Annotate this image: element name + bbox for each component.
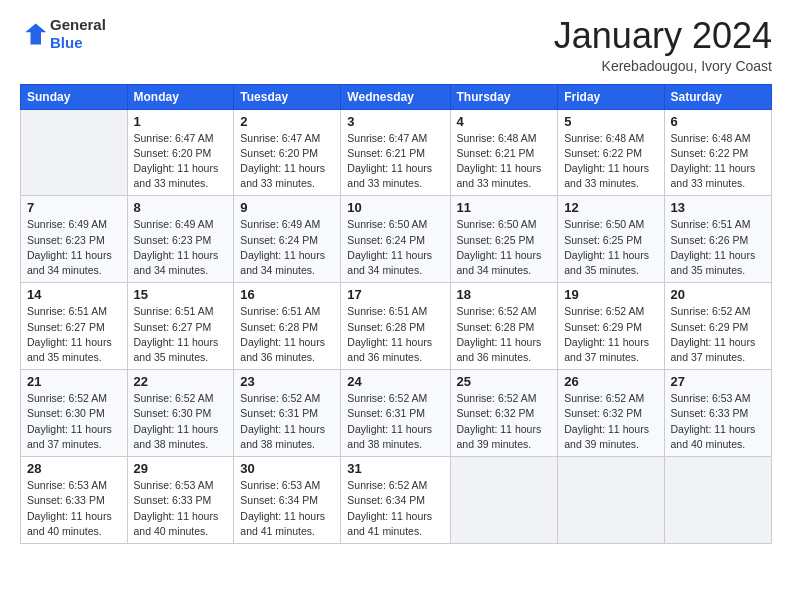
day-number: 28 xyxy=(27,461,121,476)
day-number: 25 xyxy=(457,374,552,389)
day-detail: Sunrise: 6:49 AMSunset: 6:23 PMDaylight:… xyxy=(134,217,228,278)
calendar-cell: 20Sunrise: 6:52 AMSunset: 6:29 PMDayligh… xyxy=(664,283,771,370)
calendar-cell: 31Sunrise: 6:52 AMSunset: 6:34 PMDayligh… xyxy=(341,457,450,544)
day-number: 1 xyxy=(134,114,228,129)
day-detail: Sunrise: 6:53 AMSunset: 6:34 PMDaylight:… xyxy=(240,478,334,539)
day-number: 29 xyxy=(134,461,228,476)
calendar-cell xyxy=(664,457,771,544)
day-detail: Sunrise: 6:48 AMSunset: 6:21 PMDaylight:… xyxy=(457,131,552,192)
day-header-monday: Monday xyxy=(127,84,234,109)
day-header-friday: Friday xyxy=(558,84,664,109)
day-detail: Sunrise: 6:51 AMSunset: 6:28 PMDaylight:… xyxy=(240,304,334,365)
day-number: 31 xyxy=(347,461,443,476)
day-number: 12 xyxy=(564,200,657,215)
day-number: 2 xyxy=(240,114,334,129)
day-number: 7 xyxy=(27,200,121,215)
day-detail: Sunrise: 6:53 AMSunset: 6:33 PMDaylight:… xyxy=(134,478,228,539)
day-number: 14 xyxy=(27,287,121,302)
header: General Blue January 2024 Kerebadougou, … xyxy=(20,16,772,74)
calendar-cell: 13Sunrise: 6:51 AMSunset: 6:26 PMDayligh… xyxy=(664,196,771,283)
day-number: 8 xyxy=(134,200,228,215)
day-detail: Sunrise: 6:50 AMSunset: 6:25 PMDaylight:… xyxy=(564,217,657,278)
calendar-cell: 16Sunrise: 6:51 AMSunset: 6:28 PMDayligh… xyxy=(234,283,341,370)
day-detail: Sunrise: 6:52 AMSunset: 6:30 PMDaylight:… xyxy=(134,391,228,452)
day-number: 15 xyxy=(134,287,228,302)
calendar-cell: 18Sunrise: 6:52 AMSunset: 6:28 PMDayligh… xyxy=(450,283,558,370)
calendar-cell: 22Sunrise: 6:52 AMSunset: 6:30 PMDayligh… xyxy=(127,370,234,457)
calendar-header-row: SundayMondayTuesdayWednesdayThursdayFrid… xyxy=(21,84,772,109)
calendar-cell: 9Sunrise: 6:49 AMSunset: 6:24 PMDaylight… xyxy=(234,196,341,283)
day-number: 26 xyxy=(564,374,657,389)
day-number: 20 xyxy=(671,287,765,302)
day-detail: Sunrise: 6:52 AMSunset: 6:32 PMDaylight:… xyxy=(457,391,552,452)
calendar-cell: 19Sunrise: 6:52 AMSunset: 6:29 PMDayligh… xyxy=(558,283,664,370)
calendar-cell: 6Sunrise: 6:48 AMSunset: 6:22 PMDaylight… xyxy=(664,109,771,196)
day-number: 19 xyxy=(564,287,657,302)
day-detail: Sunrise: 6:47 AMSunset: 6:20 PMDaylight:… xyxy=(134,131,228,192)
calendar-cell: 7Sunrise: 6:49 AMSunset: 6:23 PMDaylight… xyxy=(21,196,128,283)
location-subtitle: Kerebadougou, Ivory Coast xyxy=(554,58,772,74)
calendar-cell xyxy=(21,109,128,196)
calendar-table: SundayMondayTuesdayWednesdayThursdayFrid… xyxy=(20,84,772,544)
day-number: 22 xyxy=(134,374,228,389)
calendar-cell: 29Sunrise: 6:53 AMSunset: 6:33 PMDayligh… xyxy=(127,457,234,544)
calendar-cell: 5Sunrise: 6:48 AMSunset: 6:22 PMDaylight… xyxy=(558,109,664,196)
day-detail: Sunrise: 6:51 AMSunset: 6:28 PMDaylight:… xyxy=(347,304,443,365)
day-detail: Sunrise: 6:49 AMSunset: 6:23 PMDaylight:… xyxy=(27,217,121,278)
calendar-cell: 23Sunrise: 6:52 AMSunset: 6:31 PMDayligh… xyxy=(234,370,341,457)
day-number: 9 xyxy=(240,200,334,215)
day-number: 3 xyxy=(347,114,443,129)
calendar-cell: 26Sunrise: 6:52 AMSunset: 6:32 PMDayligh… xyxy=(558,370,664,457)
day-detail: Sunrise: 6:51 AMSunset: 6:27 PMDaylight:… xyxy=(134,304,228,365)
day-number: 11 xyxy=(457,200,552,215)
day-detail: Sunrise: 6:50 AMSunset: 6:25 PMDaylight:… xyxy=(457,217,552,278)
day-number: 27 xyxy=(671,374,765,389)
week-row-4: 21Sunrise: 6:52 AMSunset: 6:30 PMDayligh… xyxy=(21,370,772,457)
day-detail: Sunrise: 6:52 AMSunset: 6:28 PMDaylight:… xyxy=(457,304,552,365)
day-number: 5 xyxy=(564,114,657,129)
day-detail: Sunrise: 6:52 AMSunset: 6:34 PMDaylight:… xyxy=(347,478,443,539)
calendar-cell: 8Sunrise: 6:49 AMSunset: 6:23 PMDaylight… xyxy=(127,196,234,283)
day-detail: Sunrise: 6:53 AMSunset: 6:33 PMDaylight:… xyxy=(27,478,121,539)
day-detail: Sunrise: 6:52 AMSunset: 6:31 PMDaylight:… xyxy=(240,391,334,452)
calendar-cell: 10Sunrise: 6:50 AMSunset: 6:24 PMDayligh… xyxy=(341,196,450,283)
calendar-cell: 11Sunrise: 6:50 AMSunset: 6:25 PMDayligh… xyxy=(450,196,558,283)
svg-marker-0 xyxy=(25,24,46,45)
day-number: 4 xyxy=(457,114,552,129)
day-detail: Sunrise: 6:52 AMSunset: 6:29 PMDaylight:… xyxy=(564,304,657,365)
day-number: 6 xyxy=(671,114,765,129)
day-detail: Sunrise: 6:51 AMSunset: 6:26 PMDaylight:… xyxy=(671,217,765,278)
page: General Blue January 2024 Kerebadougou, … xyxy=(0,0,792,612)
day-number: 13 xyxy=(671,200,765,215)
month-title: January 2024 xyxy=(554,16,772,56)
week-row-3: 14Sunrise: 6:51 AMSunset: 6:27 PMDayligh… xyxy=(21,283,772,370)
calendar-cell xyxy=(450,457,558,544)
day-detail: Sunrise: 6:50 AMSunset: 6:24 PMDaylight:… xyxy=(347,217,443,278)
day-number: 24 xyxy=(347,374,443,389)
calendar-cell: 30Sunrise: 6:53 AMSunset: 6:34 PMDayligh… xyxy=(234,457,341,544)
day-header-wednesday: Wednesday xyxy=(341,84,450,109)
logo: General Blue xyxy=(20,16,106,52)
day-number: 21 xyxy=(27,374,121,389)
day-header-saturday: Saturday xyxy=(664,84,771,109)
day-number: 18 xyxy=(457,287,552,302)
day-number: 17 xyxy=(347,287,443,302)
day-detail: Sunrise: 6:49 AMSunset: 6:24 PMDaylight:… xyxy=(240,217,334,278)
calendar-cell xyxy=(558,457,664,544)
day-detail: Sunrise: 6:48 AMSunset: 6:22 PMDaylight:… xyxy=(564,131,657,192)
calendar-cell: 15Sunrise: 6:51 AMSunset: 6:27 PMDayligh… xyxy=(127,283,234,370)
calendar-cell: 12Sunrise: 6:50 AMSunset: 6:25 PMDayligh… xyxy=(558,196,664,283)
calendar-cell: 2Sunrise: 6:47 AMSunset: 6:20 PMDaylight… xyxy=(234,109,341,196)
title-block: January 2024 Kerebadougou, Ivory Coast xyxy=(554,16,772,74)
calendar-cell: 28Sunrise: 6:53 AMSunset: 6:33 PMDayligh… xyxy=(21,457,128,544)
day-detail: Sunrise: 6:47 AMSunset: 6:21 PMDaylight:… xyxy=(347,131,443,192)
calendar-cell: 14Sunrise: 6:51 AMSunset: 6:27 PMDayligh… xyxy=(21,283,128,370)
day-detail: Sunrise: 6:52 AMSunset: 6:32 PMDaylight:… xyxy=(564,391,657,452)
day-detail: Sunrise: 6:48 AMSunset: 6:22 PMDaylight:… xyxy=(671,131,765,192)
logo-icon xyxy=(20,20,48,48)
day-detail: Sunrise: 6:52 AMSunset: 6:29 PMDaylight:… xyxy=(671,304,765,365)
calendar-cell: 25Sunrise: 6:52 AMSunset: 6:32 PMDayligh… xyxy=(450,370,558,457)
logo-general: General xyxy=(50,16,106,33)
calendar-cell: 24Sunrise: 6:52 AMSunset: 6:31 PMDayligh… xyxy=(341,370,450,457)
day-number: 16 xyxy=(240,287,334,302)
